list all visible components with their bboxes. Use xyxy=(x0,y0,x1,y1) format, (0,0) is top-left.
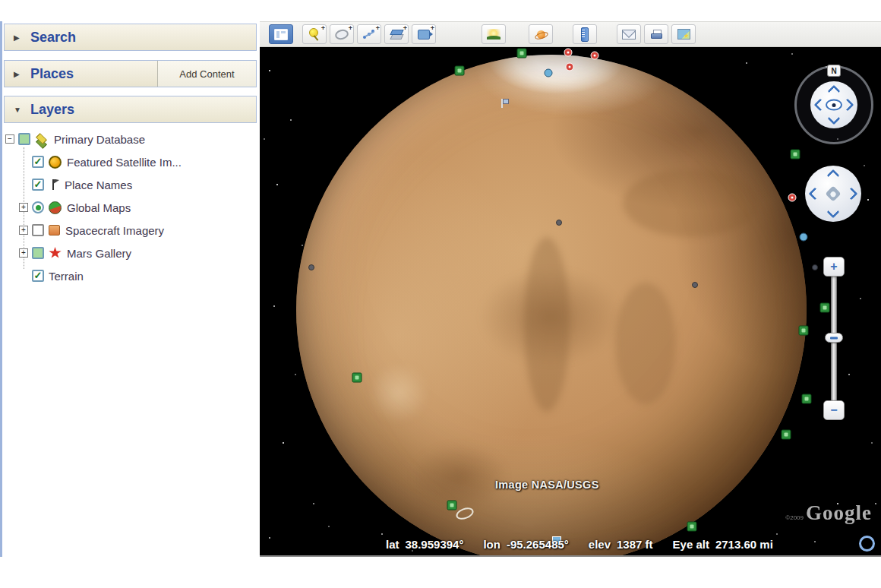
polygon-icon xyxy=(334,27,350,40)
layer-item-primary-database[interactable]: −Primary Database xyxy=(5,128,258,150)
look-joystick[interactable]: N xyxy=(794,65,873,144)
flag-placemark-icon[interactable] xyxy=(498,99,507,109)
zoom-in-button[interactable]: + xyxy=(823,257,845,277)
layer-checkbox[interactable] xyxy=(18,133,30,145)
tree-expander-icon[interactable]: + xyxy=(19,226,28,235)
add-image-overlay-button[interactable] xyxy=(384,24,409,44)
layer-label: Place Names xyxy=(65,179,132,191)
red-placemark-icon[interactable] xyxy=(788,194,797,202)
layer-checkbox[interactable] xyxy=(32,179,44,191)
ruler-button[interactable] xyxy=(573,24,597,44)
layer-checkbox[interactable] xyxy=(32,247,44,259)
record-tour-button[interactable] xyxy=(412,24,436,44)
move-left-arrow[interactable] xyxy=(809,188,822,201)
elev-label: elev xyxy=(589,538,611,551)
green-placemark-icon[interactable] xyxy=(687,522,697,532)
blue-placemark-icon[interactable] xyxy=(800,233,808,242)
sunlight-icon xyxy=(487,29,500,40)
email-button[interactable] xyxy=(617,24,641,44)
green-placemark-icon[interactable] xyxy=(802,394,812,404)
sunlight-button[interactable] xyxy=(482,24,506,44)
surface-feature xyxy=(524,237,570,412)
layers-panel-header[interactable]: ▼ Layers xyxy=(4,96,257,123)
red-placemark-icon[interactable] xyxy=(566,63,574,71)
global-maps-icon xyxy=(49,201,62,214)
layer-item-featured-satellite-im[interactable]: Featured Satellite Im... xyxy=(5,150,258,173)
layer-label: Primary Database xyxy=(54,133,145,146)
green-placemark-icon[interactable] xyxy=(352,373,362,383)
red-placemark-icon[interactable] xyxy=(564,49,573,57)
satellite-image-icon xyxy=(49,156,62,169)
move-right-arrow[interactable] xyxy=(845,188,858,201)
look-right-arrow[interactable] xyxy=(842,99,854,112)
path-icon xyxy=(363,29,375,40)
flag-icon xyxy=(49,179,59,191)
add-path-button[interactable] xyxy=(357,24,381,44)
look-down-arrow[interactable] xyxy=(828,112,841,125)
tree-expander-icon[interactable]: − xyxy=(5,134,14,144)
layer-item-global-maps[interactable]: +Global Maps xyxy=(5,196,258,219)
add-polygon-button[interactable] xyxy=(330,24,354,44)
zoom-slider-handle[interactable] xyxy=(825,333,843,343)
green-placemark-icon[interactable] xyxy=(791,150,800,160)
layer-checkbox[interactable] xyxy=(32,270,44,282)
layer-item-spacecraft-imagery[interactable]: +Spacecraft Imagery xyxy=(5,219,258,242)
places-panel-title: Places xyxy=(30,66,74,82)
copyright-text: ©2009 xyxy=(785,514,804,521)
layer-item-mars-gallery[interactable]: +Mars Gallery xyxy=(5,242,258,264)
green-placemark-icon[interactable] xyxy=(447,501,457,511)
green-placemark-icon[interactable] xyxy=(455,66,465,76)
ruler-icon xyxy=(581,27,589,42)
search-panel-header[interactable]: ▶ Search xyxy=(4,24,257,51)
switch-planet-button[interactable] xyxy=(529,24,553,44)
sidebar-toggle-button[interactable] xyxy=(269,24,293,44)
layer-checkbox[interactable] xyxy=(32,224,44,236)
map-viewport[interactable]: Image NASA/USGS ©2009 Google lat 38.9593… xyxy=(260,47,881,557)
view-in-maps-button[interactable] xyxy=(671,24,696,44)
look-left-arrow[interactable] xyxy=(814,99,827,112)
planet-icon xyxy=(535,29,548,40)
eye-icon xyxy=(826,100,842,111)
add-placemark-button[interactable] xyxy=(302,24,327,44)
zoom-out-button[interactable]: − xyxy=(823,400,845,420)
blue-placemark-icon[interactable] xyxy=(545,69,553,77)
elev-value: 1387 ft xyxy=(617,538,653,551)
lat-label: lat xyxy=(386,538,399,551)
add-content-button[interactable]: Add Content xyxy=(157,61,256,87)
move-up-arrow[interactable] xyxy=(827,169,840,182)
google-wordmark: Google xyxy=(806,501,872,525)
layer-item-terrain[interactable]: Terrain xyxy=(5,264,258,287)
green-placemark-icon[interactable] xyxy=(782,430,791,440)
layer-label: Global Maps xyxy=(67,201,131,214)
print-button[interactable] xyxy=(644,24,668,44)
tour-icon xyxy=(418,30,430,40)
layer-checkbox[interactable] xyxy=(32,201,44,213)
gray-placemark-icon[interactable] xyxy=(692,282,698,288)
gray-placemark-icon[interactable] xyxy=(812,264,818,270)
surface-feature xyxy=(410,442,509,511)
places-panel-header[interactable]: ▶ Places Add Content xyxy=(4,60,257,87)
surface-feature xyxy=(478,267,623,366)
lon-value: -95.265485° xyxy=(507,538,569,551)
imagery-attribution: Image NASA/USGS xyxy=(495,479,599,491)
sidebar: ▶ Search ▶ Places Add Content ▼ Layers −… xyxy=(0,21,260,557)
green-placemark-icon[interactable] xyxy=(799,326,809,336)
layer-checkbox[interactable] xyxy=(32,156,44,168)
google-logo: ©2009 Google xyxy=(785,501,872,525)
tree-expander-icon[interactable]: + xyxy=(19,248,28,258)
gray-placemark-icon[interactable] xyxy=(556,220,562,226)
green-placemark-icon[interactable] xyxy=(517,49,527,58)
layer-item-place-names[interactable]: Place Names xyxy=(5,173,258,196)
lat-value: 38.959394° xyxy=(406,538,464,551)
look-up-arrow[interactable] xyxy=(828,85,841,98)
red-placemark-icon[interactable] xyxy=(591,52,599,60)
tree-expander-icon[interactable]: + xyxy=(19,203,28,212)
zoom-slider[interactable]: + − xyxy=(823,257,845,420)
north-indicator[interactable]: N xyxy=(827,65,841,77)
layers-panel-title: Layers xyxy=(30,102,74,118)
eye-alt-value: 2713.60 mi xyxy=(715,538,773,551)
gray-placemark-icon[interactable] xyxy=(308,264,314,270)
look-joystick-inner xyxy=(810,81,857,128)
move-joystick[interactable] xyxy=(805,166,861,222)
move-down-arrow[interactable] xyxy=(827,206,840,219)
